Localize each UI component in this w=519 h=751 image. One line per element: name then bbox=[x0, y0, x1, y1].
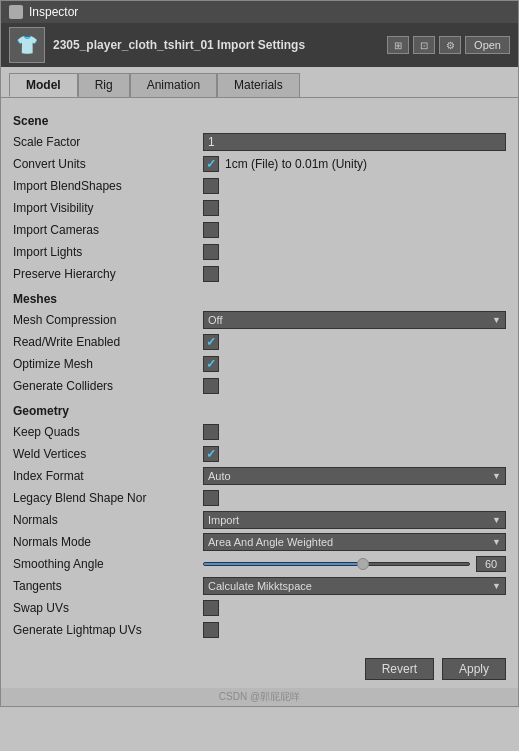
field-normals: Normals Import ▼ bbox=[13, 510, 506, 530]
field-keep-quads: Keep Quads bbox=[13, 422, 506, 442]
checkbox-generate-colliders[interactable] bbox=[203, 378, 219, 394]
field-mesh-compression: Mesh Compression Off ▼ bbox=[13, 310, 506, 330]
label-convert-units: Convert Units bbox=[13, 157, 203, 171]
value-generate-lightmap-uvs bbox=[203, 622, 506, 638]
checkbox-keep-quads[interactable] bbox=[203, 424, 219, 440]
header-right: ⊞ ⊡ ⚙ Open bbox=[387, 36, 510, 54]
field-import-cameras: Import Cameras bbox=[13, 220, 506, 240]
checkbox-optimize-mesh[interactable] bbox=[203, 356, 219, 372]
slider-thumb-smoothing bbox=[357, 558, 369, 570]
tab-materials[interactable]: Materials bbox=[217, 73, 300, 97]
dropdown-arrow-index: ▼ bbox=[492, 471, 501, 481]
label-tangents: Tangents bbox=[13, 579, 203, 593]
field-import-lights: Import Lights bbox=[13, 242, 506, 262]
label-import-lights: Import Lights bbox=[13, 245, 203, 259]
label-optimize-mesh: Optimize Mesh bbox=[13, 357, 203, 371]
field-tangents: Tangents Calculate Mikktspace ▼ bbox=[13, 576, 506, 596]
label-mesh-compression: Mesh Compression bbox=[13, 313, 203, 327]
value-index-format: Auto ▼ bbox=[203, 467, 506, 485]
field-smoothing-angle: Smoothing Angle 60 bbox=[13, 554, 506, 574]
label-legacy-blend-shape: Legacy Blend Shape Nor bbox=[13, 491, 203, 505]
checkbox-import-cameras[interactable] bbox=[203, 222, 219, 238]
field-normals-mode: Normals Mode Area And Angle Weighted ▼ bbox=[13, 532, 506, 552]
checkbox-legacy-blend-shape[interactable] bbox=[203, 490, 219, 506]
header-bar: 👕 2305_player_cloth_tshirt_01 Import Set… bbox=[1, 23, 518, 67]
tab-rig[interactable]: Rig bbox=[78, 73, 130, 97]
dropdown-arrow-normals: ▼ bbox=[492, 515, 501, 525]
label-import-blendshapes: Import BlendShapes bbox=[13, 179, 203, 193]
value-tangents: Calculate Mikktspace ▼ bbox=[203, 577, 506, 595]
label-weld-vertices: Weld Vertices bbox=[13, 447, 203, 461]
field-generate-lightmap-uvs: Generate Lightmap UVs bbox=[13, 620, 506, 640]
field-read-write: Read/Write Enabled bbox=[13, 332, 506, 352]
asset-icon: 👕 bbox=[9, 27, 45, 63]
icon-btn-3[interactable]: ⚙ bbox=[439, 36, 461, 54]
icon-btn-2[interactable]: ⊡ bbox=[413, 36, 435, 54]
value-scale-factor bbox=[203, 133, 506, 151]
label-swap-uvs: Swap UVs bbox=[13, 601, 203, 615]
label-keep-quads: Keep Quads bbox=[13, 425, 203, 439]
value-swap-uvs bbox=[203, 600, 506, 616]
field-weld-vertices: Weld Vertices bbox=[13, 444, 506, 464]
field-convert-units: Convert Units 1cm (File) to 0.01m (Unity… bbox=[13, 154, 506, 174]
slider-value-smoothing[interactable]: 60 bbox=[476, 556, 506, 572]
open-button[interactable]: Open bbox=[465, 36, 510, 54]
checkbox-weld-vertices[interactable] bbox=[203, 446, 219, 462]
convert-units-text: 1cm (File) to 0.01m (Unity) bbox=[225, 157, 367, 171]
value-normals-mode: Area And Angle Weighted ▼ bbox=[203, 533, 506, 551]
slider-container-smoothing: 60 bbox=[203, 556, 506, 572]
tab-animation[interactable]: Animation bbox=[130, 73, 217, 97]
slider-track-smoothing[interactable] bbox=[203, 562, 470, 566]
value-keep-quads bbox=[203, 424, 506, 440]
footer: Revert Apply bbox=[1, 650, 518, 688]
value-import-blendshapes bbox=[203, 178, 506, 194]
dropdown-arrow-normals-mode: ▼ bbox=[492, 537, 501, 547]
dropdown-tangents[interactable]: Calculate Mikktspace ▼ bbox=[203, 577, 506, 595]
field-scale-factor: Scale Factor bbox=[13, 132, 506, 152]
value-optimize-mesh bbox=[203, 356, 506, 372]
watermark: CSDN @郭屁屁咩 bbox=[1, 688, 518, 706]
inspector-icon bbox=[9, 5, 23, 19]
label-smoothing-angle: Smoothing Angle bbox=[13, 557, 203, 571]
tabs-bar: Model Rig Animation Materials bbox=[1, 67, 518, 97]
checkbox-swap-uvs[interactable] bbox=[203, 600, 219, 616]
value-normals: Import ▼ bbox=[203, 511, 506, 529]
checkbox-convert-units[interactable] bbox=[203, 156, 219, 172]
dropdown-normals[interactable]: Import ▼ bbox=[203, 511, 506, 529]
dropdown-index-format[interactable]: Auto ▼ bbox=[203, 467, 506, 485]
value-weld-vertices bbox=[203, 446, 506, 462]
field-generate-colliders: Generate Colliders bbox=[13, 376, 506, 396]
checkbox-preserve-hierarchy[interactable] bbox=[203, 266, 219, 282]
checkbox-generate-lightmap-uvs[interactable] bbox=[203, 622, 219, 638]
section-header-scene: Scene bbox=[13, 114, 506, 128]
field-legacy-blend-shape: Legacy Blend Shape Nor bbox=[13, 488, 506, 508]
label-index-format: Index Format bbox=[13, 469, 203, 483]
field-import-visibility: Import Visibility bbox=[13, 198, 506, 218]
dropdown-normals-mode[interactable]: Area And Angle Weighted ▼ bbox=[203, 533, 506, 551]
value-convert-units: 1cm (File) to 0.01m (Unity) bbox=[203, 156, 506, 172]
tab-model[interactable]: Model bbox=[9, 73, 78, 97]
value-generate-colliders bbox=[203, 378, 506, 394]
revert-button[interactable]: Revert bbox=[365, 658, 434, 680]
checkbox-read-write[interactable] bbox=[203, 334, 219, 350]
title-bar-label: Inspector bbox=[29, 5, 78, 19]
input-scale-factor[interactable] bbox=[203, 133, 506, 151]
label-normals: Normals bbox=[13, 513, 203, 527]
value-smoothing-angle: 60 bbox=[203, 556, 506, 572]
dropdown-mesh-compression[interactable]: Off ▼ bbox=[203, 311, 506, 329]
value-preserve-hierarchy bbox=[203, 266, 506, 282]
field-index-format: Index Format Auto ▼ bbox=[13, 466, 506, 486]
icon-btn-1[interactable]: ⊞ bbox=[387, 36, 409, 54]
inspector-window: Inspector 👕 2305_player_cloth_tshirt_01 … bbox=[0, 0, 519, 707]
checkbox-import-blendshapes[interactable] bbox=[203, 178, 219, 194]
content-area: Scene Scale Factor Convert Units 1cm (Fi… bbox=[1, 97, 518, 650]
slider-fill-smoothing bbox=[204, 563, 363, 565]
label-preserve-hierarchy: Preserve Hierarchy bbox=[13, 267, 203, 281]
checkbox-import-visibility[interactable] bbox=[203, 200, 219, 216]
section-header-geometry: Geometry bbox=[13, 404, 506, 418]
apply-button[interactable]: Apply bbox=[442, 658, 506, 680]
label-import-cameras: Import Cameras bbox=[13, 223, 203, 237]
checkbox-import-lights[interactable] bbox=[203, 244, 219, 260]
title-bar: Inspector bbox=[1, 1, 518, 23]
label-generate-lightmap-uvs: Generate Lightmap UVs bbox=[13, 623, 203, 637]
